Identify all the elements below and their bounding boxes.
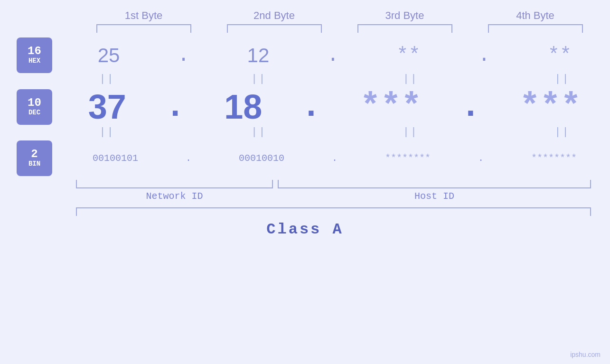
hex-byte3: **	[396, 44, 420, 67]
dec-dot3: .	[460, 87, 481, 126]
host-id-label: Host ID	[278, 191, 591, 202]
watermark: ipshu.com	[570, 351, 601, 358]
eq2: ||	[251, 73, 266, 85]
bin-byte3: ********	[385, 153, 431, 164]
class-bracket	[76, 207, 591, 216]
eq3: ||	[403, 73, 418, 85]
bracket-top-4	[488, 24, 583, 33]
dec-byte1: 37	[88, 87, 126, 126]
bracket-bottom-network	[76, 180, 273, 188]
hex-dot1: .	[178, 44, 189, 67]
bin-badge: 2 BIN	[17, 140, 52, 176]
hex-byte2: 12	[247, 44, 270, 67]
bracket-top-2	[227, 24, 322, 33]
dec-byte4: ***	[520, 87, 582, 126]
dec-dot2: .	[301, 87, 321, 126]
byte3-label: 3rd Byte	[353, 9, 457, 22]
eq6: ||	[251, 126, 266, 138]
eq4: ||	[554, 73, 570, 85]
bracket-top-3	[357, 24, 452, 33]
hex-badge: 16 HEX	[17, 37, 52, 73]
bin-byte1: 00100101	[93, 153, 138, 164]
eq5: ||	[99, 126, 114, 138]
eq8: ||	[554, 126, 570, 138]
network-id-label: Network ID	[76, 191, 273, 202]
class-label: Class A	[266, 221, 343, 238]
byte2-label: 2nd Byte	[222, 9, 327, 22]
bracket-bottom-host	[278, 180, 591, 188]
main-container: 1st Byte 2nd Byte 3rd Byte 4th Byte 16 H…	[0, 0, 610, 364]
eq7: ||	[403, 126, 418, 138]
hex-dot2: .	[327, 44, 339, 67]
dec-byte2: 18	[224, 87, 262, 126]
bin-byte2: 00010010	[239, 153, 284, 164]
bin-dot3: .	[478, 153, 484, 164]
bin-byte4: ********	[531, 153, 577, 164]
dec-byte3: ***	[360, 87, 422, 126]
bin-dot2: .	[332, 153, 338, 164]
top-brackets-row	[78, 24, 601, 33]
hex-byte1: 25	[98, 44, 120, 67]
eq1: ||	[99, 73, 114, 85]
bin-dot1: .	[186, 153, 191, 164]
byte1-label: 1st Byte	[92, 9, 196, 22]
dec-badge: 10 DEC	[17, 89, 52, 125]
bracket-top-1	[96, 24, 191, 33]
hex-byte4: **	[548, 44, 572, 67]
dec-dot1: .	[165, 87, 185, 126]
byte-labels-row: 1st Byte 2nd Byte 3rd Byte 4th Byte	[78, 9, 601, 22]
byte4-label: 4th Byte	[483, 9, 588, 22]
hex-dot3: .	[478, 44, 490, 67]
